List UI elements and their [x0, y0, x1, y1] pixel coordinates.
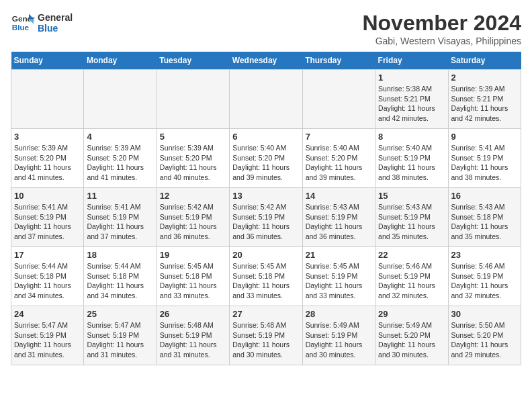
day-info: Sunrise: 5:45 AM Sunset: 5:18 PM Dayligh…	[232, 261, 299, 301]
calendar-cell	[11, 70, 84, 129]
day-info: Sunrise: 5:39 AM Sunset: 5:20 PM Dayligh…	[14, 143, 81, 183]
week-row-4: 24Sunrise: 5:47 AM Sunset: 5:19 PM Dayli…	[11, 306, 521, 365]
day-number: 9	[451, 132, 518, 142]
calendar-cell: 11Sunrise: 5:41 AM Sunset: 5:19 PM Dayli…	[84, 188, 157, 247]
calendar-cell: 7Sunrise: 5:40 AM Sunset: 5:20 PM Daylig…	[302, 129, 375, 188]
day-info: Sunrise: 5:39 AM Sunset: 5:20 PM Dayligh…	[87, 143, 153, 183]
day-info: Sunrise: 5:40 AM Sunset: 5:19 PM Dayligh…	[378, 143, 445, 183]
day-number: 12	[160, 191, 226, 201]
day-number: 5	[160, 132, 226, 142]
calendar-cell: 8Sunrise: 5:40 AM Sunset: 5:19 PM Daylig…	[375, 129, 448, 188]
day-number: 3	[14, 132, 81, 142]
calendar-subtitle: Gabi, Western Visayas, Philippines	[362, 36, 521, 46]
logo-icon: General Blue	[11, 11, 35, 35]
title-block: November 2024 Gabi, Western Visayas, Phi…	[362, 11, 521, 46]
day-number: 10	[14, 191, 81, 201]
day-number: 15	[378, 191, 445, 201]
day-number: 1	[378, 73, 445, 83]
calendar-cell: 20Sunrise: 5:45 AM Sunset: 5:18 PM Dayli…	[230, 247, 302, 306]
day-number: 7	[306, 132, 372, 142]
calendar-cell: 6Sunrise: 5:40 AM Sunset: 5:20 PM Daylig…	[230, 129, 302, 188]
week-row-1: 3Sunrise: 5:39 AM Sunset: 5:20 PM Daylig…	[11, 129, 521, 188]
calendar-cell: 4Sunrise: 5:39 AM Sunset: 5:20 PM Daylig…	[84, 129, 157, 188]
calendar-cell	[157, 70, 229, 129]
logo: General Blue General Blue	[11, 11, 73, 35]
day-info: Sunrise: 5:41 AM Sunset: 5:19 PM Dayligh…	[14, 202, 81, 242]
calendar-cell: 21Sunrise: 5:45 AM Sunset: 5:19 PM Dayli…	[302, 247, 375, 306]
day-info: Sunrise: 5:43 AM Sunset: 5:19 PM Dayligh…	[306, 202, 372, 242]
calendar-cell: 29Sunrise: 5:49 AM Sunset: 5:20 PM Dayli…	[375, 306, 448, 365]
day-info: Sunrise: 5:43 AM Sunset: 5:19 PM Dayligh…	[378, 202, 445, 242]
calendar-cell: 15Sunrise: 5:43 AM Sunset: 5:19 PM Dayli…	[375, 188, 448, 247]
day-info: Sunrise: 5:48 AM Sunset: 5:19 PM Dayligh…	[160, 320, 226, 360]
calendar-cell: 5Sunrise: 5:39 AM Sunset: 5:20 PM Daylig…	[157, 129, 229, 188]
day-info: Sunrise: 5:44 AM Sunset: 5:18 PM Dayligh…	[14, 261, 81, 301]
day-number: 8	[378, 132, 445, 142]
calendar-cell: 14Sunrise: 5:43 AM Sunset: 5:19 PM Dayli…	[302, 188, 375, 247]
calendar-table: SundayMondayTuesdayWednesdayThursdayFrid…	[11, 52, 521, 365]
day-info: Sunrise: 5:43 AM Sunset: 5:18 PM Dayligh…	[451, 202, 518, 242]
week-row-2: 10Sunrise: 5:41 AM Sunset: 5:19 PM Dayli…	[11, 188, 521, 247]
day-info: Sunrise: 5:45 AM Sunset: 5:18 PM Dayligh…	[160, 261, 226, 301]
day-number: 26	[160, 309, 226, 319]
calendar-cell: 23Sunrise: 5:46 AM Sunset: 5:19 PM Dayli…	[448, 247, 521, 306]
calendar-cell: 3Sunrise: 5:39 AM Sunset: 5:20 PM Daylig…	[11, 129, 84, 188]
logo-line1: General	[38, 12, 73, 23]
svg-text:Blue: Blue	[12, 23, 30, 32]
calendar-cell: 9Sunrise: 5:41 AM Sunset: 5:19 PM Daylig…	[448, 129, 521, 188]
day-info: Sunrise: 5:45 AM Sunset: 5:19 PM Dayligh…	[306, 261, 372, 301]
calendar-cell: 1Sunrise: 5:38 AM Sunset: 5:21 PM Daylig…	[375, 70, 448, 129]
calendar-cell	[302, 70, 375, 129]
day-info: Sunrise: 5:49 AM Sunset: 5:20 PM Dayligh…	[378, 320, 445, 360]
calendar-cell: 18Sunrise: 5:44 AM Sunset: 5:18 PM Dayli…	[84, 247, 157, 306]
calendar-cell: 24Sunrise: 5:47 AM Sunset: 5:19 PM Dayli…	[11, 306, 84, 365]
day-info: Sunrise: 5:40 AM Sunset: 5:20 PM Dayligh…	[306, 143, 372, 183]
day-number: 11	[87, 191, 153, 201]
day-info: Sunrise: 5:41 AM Sunset: 5:19 PM Dayligh…	[451, 143, 518, 183]
day-info: Sunrise: 5:39 AM Sunset: 5:20 PM Dayligh…	[160, 143, 226, 183]
day-number: 24	[14, 309, 81, 319]
day-number: 4	[87, 132, 153, 142]
day-number: 23	[451, 250, 518, 260]
calendar-cell: 28Sunrise: 5:49 AM Sunset: 5:19 PM Dayli…	[302, 306, 375, 365]
calendar-cell: 2Sunrise: 5:39 AM Sunset: 5:21 PM Daylig…	[448, 70, 521, 129]
calendar-cell: 10Sunrise: 5:41 AM Sunset: 5:19 PM Dayli…	[11, 188, 84, 247]
day-number: 16	[451, 191, 518, 201]
calendar-cell	[84, 70, 157, 129]
calendar-cell: 25Sunrise: 5:47 AM Sunset: 5:19 PM Dayli…	[84, 306, 157, 365]
day-number: 22	[378, 250, 445, 260]
week-row-0: 1Sunrise: 5:38 AM Sunset: 5:21 PM Daylig…	[11, 70, 521, 129]
day-number: 19	[160, 250, 226, 260]
header-monday: Monday	[84, 52, 157, 70]
calendar-cell: 30Sunrise: 5:50 AM Sunset: 5:20 PM Dayli…	[448, 306, 521, 365]
day-info: Sunrise: 5:38 AM Sunset: 5:21 PM Dayligh…	[378, 84, 445, 124]
day-info: Sunrise: 5:48 AM Sunset: 5:19 PM Dayligh…	[232, 320, 299, 360]
day-info: Sunrise: 5:50 AM Sunset: 5:20 PM Dayligh…	[451, 320, 518, 360]
day-info: Sunrise: 5:47 AM Sunset: 5:19 PM Dayligh…	[14, 320, 81, 360]
calendar-cell: 27Sunrise: 5:48 AM Sunset: 5:19 PM Dayli…	[230, 306, 302, 365]
day-info: Sunrise: 5:42 AM Sunset: 5:19 PM Dayligh…	[232, 202, 299, 242]
week-row-3: 17Sunrise: 5:44 AM Sunset: 5:18 PM Dayli…	[11, 247, 521, 306]
header-friday: Friday	[375, 52, 448, 70]
logo-line2: Blue	[38, 23, 73, 34]
page-header: General Blue General Blue November 2024 …	[11, 11, 521, 46]
day-info: Sunrise: 5:46 AM Sunset: 5:19 PM Dayligh…	[451, 261, 518, 301]
header-tuesday: Tuesday	[157, 52, 229, 70]
day-number: 29	[378, 309, 445, 319]
day-info: Sunrise: 5:49 AM Sunset: 5:19 PM Dayligh…	[306, 320, 372, 360]
calendar-cell: 26Sunrise: 5:48 AM Sunset: 5:19 PM Dayli…	[157, 306, 229, 365]
day-number: 13	[232, 191, 299, 201]
calendar-cell: 22Sunrise: 5:46 AM Sunset: 5:19 PM Dayli…	[375, 247, 448, 306]
calendar-cell	[230, 70, 302, 129]
day-number: 2	[451, 73, 518, 83]
calendar-cell: 16Sunrise: 5:43 AM Sunset: 5:18 PM Dayli…	[448, 188, 521, 247]
day-info: Sunrise: 5:44 AM Sunset: 5:18 PM Dayligh…	[87, 261, 153, 301]
calendar-cell: 13Sunrise: 5:42 AM Sunset: 5:19 PM Dayli…	[230, 188, 302, 247]
day-info: Sunrise: 5:47 AM Sunset: 5:19 PM Dayligh…	[87, 320, 153, 360]
header-thursday: Thursday	[302, 52, 375, 70]
calendar-title: November 2024	[362, 11, 521, 36]
day-info: Sunrise: 5:46 AM Sunset: 5:19 PM Dayligh…	[378, 261, 445, 301]
day-info: Sunrise: 5:39 AM Sunset: 5:21 PM Dayligh…	[451, 84, 518, 124]
calendar-cell: 19Sunrise: 5:45 AM Sunset: 5:18 PM Dayli…	[157, 247, 229, 306]
day-info: Sunrise: 5:40 AM Sunset: 5:20 PM Dayligh…	[232, 143, 299, 183]
